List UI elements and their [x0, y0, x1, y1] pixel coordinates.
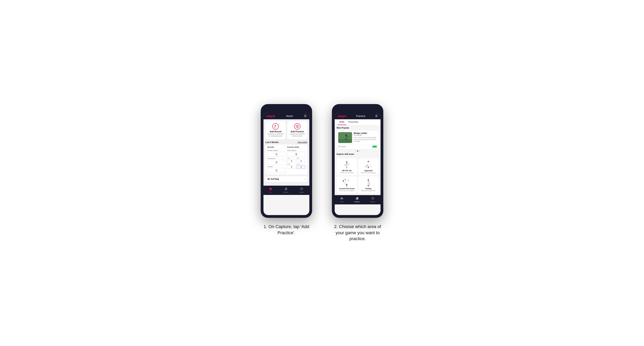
- tabs-row: Drills Favourites: [335, 119, 380, 125]
- approach-title: Approach: [364, 170, 372, 172]
- phone2-title: Practice: [356, 115, 365, 118]
- drills-capture-value: 8: [287, 152, 306, 157]
- svg-rect-6: [286, 188, 286, 190]
- arg-stat: ARG 0: [287, 164, 296, 169]
- putt-label: PUTT: [297, 164, 306, 165]
- atg-icon-container: [342, 178, 352, 187]
- skill-card-ott[interactable]: Off The Tee Power and accuracy: [337, 158, 357, 175]
- arg-value: 0: [287, 165, 296, 169]
- phone1-notch: [278, 107, 294, 112]
- skill-card-atg[interactable]: Around The Green Hone your short game: [337, 176, 357, 193]
- svg-point-27: [345, 179, 346, 180]
- putting-svg: [363, 178, 374, 187]
- add-round-title: Add Round: [270, 130, 281, 133]
- view-activity-link[interactable]: View Activity: [298, 141, 307, 143]
- tab-drills[interactable]: Drills: [338, 119, 346, 125]
- action-cards: Add Round Record your shots fast or enha…: [266, 121, 307, 139]
- svg-point-32: [368, 179, 369, 180]
- phone2-content: Most Popular: [335, 125, 380, 195]
- phone2-header: clippd Practice ☰: [335, 112, 380, 119]
- stats-period: Last 3 Months: [266, 141, 279, 143]
- rounds-capture-value: 0: [268, 152, 286, 157]
- svg-point-31: [346, 186, 347, 187]
- featured-footer: 9 shots APP: [337, 145, 378, 149]
- add-practice-desc: Capture your practice off-the-course: [289, 133, 306, 137]
- stats-header: Last 3 Months View Activity: [266, 141, 307, 143]
- svg-point-24: [368, 161, 369, 162]
- most-popular-title: Most Popular: [337, 127, 378, 129]
- ott-desc: Power and accuracy: [340, 172, 354, 173]
- skill-card-putting[interactable]: Putting Make and lag practice: [358, 176, 378, 193]
- featured-title: Wedge Ladder: [354, 132, 367, 134]
- nav-home[interactable]: Home: [269, 187, 272, 193]
- ott-value: 0: [287, 159, 296, 163]
- drills-sub-row2: ARG 0 PUTT 4: [287, 164, 306, 169]
- capture-icon: [300, 187, 303, 191]
- home-icon: [269, 187, 272, 191]
- add-practice-title: Add Practice: [290, 130, 304, 133]
- svg-point-29: [346, 184, 347, 185]
- tab-favourites[interactable]: Favourites: [346, 119, 360, 125]
- putting-icon-container: [363, 178, 374, 187]
- nav-capture[interactable]: Capture: [299, 187, 304, 193]
- caption1: 1. On Capture, tap 'Add Practice'.: [259, 224, 314, 236]
- ott-stat: OTT 0: [287, 158, 296, 163]
- skill-areas-title: Explore skill areas: [337, 153, 378, 155]
- practice-icon: [294, 123, 300, 130]
- golf-bag-row[interactable]: My Golf Bag ›: [266, 176, 307, 182]
- nav-activities[interactable]: Activities: [283, 187, 288, 193]
- nav2-capture-label: Capture: [370, 201, 375, 202]
- featured-card[interactable]: Wedge Ladder 50–100 yds ☆ Play 1 shot at…: [337, 131, 378, 149]
- featured-subtitle: 50–100 yds: [354, 134, 367, 136]
- approach-desc: Dial-in to hit the green: [361, 172, 376, 173]
- golf-flag-icon: [272, 123, 279, 130]
- phone2-bottom-nav: Home Activities: [335, 195, 380, 204]
- chevron-right-icon: ›: [304, 178, 306, 180]
- ott-title: Off The Tee: [342, 170, 352, 172]
- svg-rect-36: [356, 198, 357, 199]
- app-label: APP: [297, 158, 306, 159]
- add-round-desc: Record your shots fast or enhanced mode: [267, 133, 284, 137]
- rounds-capture-label: Rounds Capture: [268, 150, 286, 151]
- svg-rect-5: [284, 189, 285, 190]
- svg-rect-13: [338, 139, 352, 143]
- phone1-header: clippd Home ☰: [264, 112, 309, 119]
- atg-svg: [342, 178, 352, 187]
- dot-2: [357, 151, 358, 152]
- phone2-notch: [350, 107, 366, 112]
- practice-value: 0: [268, 168, 286, 173]
- add-practice-card[interactable]: Add Practice Capture your practice off-t…: [287, 121, 307, 139]
- phone2-section: clippd Practice ☰ Drills Favourites Most…: [330, 104, 385, 242]
- dot-1: [356, 151, 356, 152]
- phone1-logo: clippd: [266, 114, 275, 118]
- svg-rect-37: [358, 197, 358, 199]
- ott-icon-container: [342, 160, 352, 169]
- drills-col: Practice Drills Drills Capture 8 OTT 0: [287, 146, 306, 173]
- phone2-hamburger-icon[interactable]: ☰: [375, 114, 378, 118]
- svg-point-21: [346, 161, 347, 163]
- caption2: 2. Choose which area of your game you wa…: [330, 224, 385, 242]
- phone1-bottom-nav: Home Activities: [264, 186, 309, 195]
- nav2-home[interactable]: Home: [340, 197, 344, 202]
- rounds-title: Rounds: [268, 146, 286, 149]
- drills-sub-row1: OTT 0 APP 4: [287, 158, 306, 163]
- rounds-col: Rounds Rounds Capture 0 Tournament 0 Pra…: [268, 146, 286, 173]
- stats-card: Rounds Rounds Capture 0 Tournament 0 Pra…: [266, 145, 307, 174]
- skill-card-approach[interactable]: Approach Dial-in to hit the green: [358, 158, 378, 175]
- svg-point-25: [368, 167, 369, 168]
- featured-info: Wedge Ladder 50–100 yds ☆ Play 1 shot at…: [354, 132, 377, 143]
- ott-svg: [342, 160, 352, 169]
- drills-capture-label: Drills Capture: [287, 150, 306, 151]
- hamburger-icon[interactable]: ☰: [304, 114, 306, 118]
- svg-point-3: [297, 126, 298, 127]
- nav-home-label: Home: [269, 191, 272, 193]
- atg-title: Around The Green: [339, 188, 355, 189]
- add-round-card[interactable]: Add Round Record your shots fast or enha…: [266, 121, 286, 139]
- svg-rect-35: [356, 198, 356, 199]
- star-icon[interactable]: ☆: [375, 132, 377, 134]
- nav2-capture[interactable]: Capture: [370, 197, 375, 202]
- nav2-activities[interactable]: Activities: [354, 197, 360, 202]
- stats-row: Rounds Rounds Capture 0 Tournament 0 Pra…: [268, 146, 306, 173]
- dots-row: [337, 151, 378, 152]
- phone1-content: Add Round Record your shots fast or enha…: [264, 119, 309, 186]
